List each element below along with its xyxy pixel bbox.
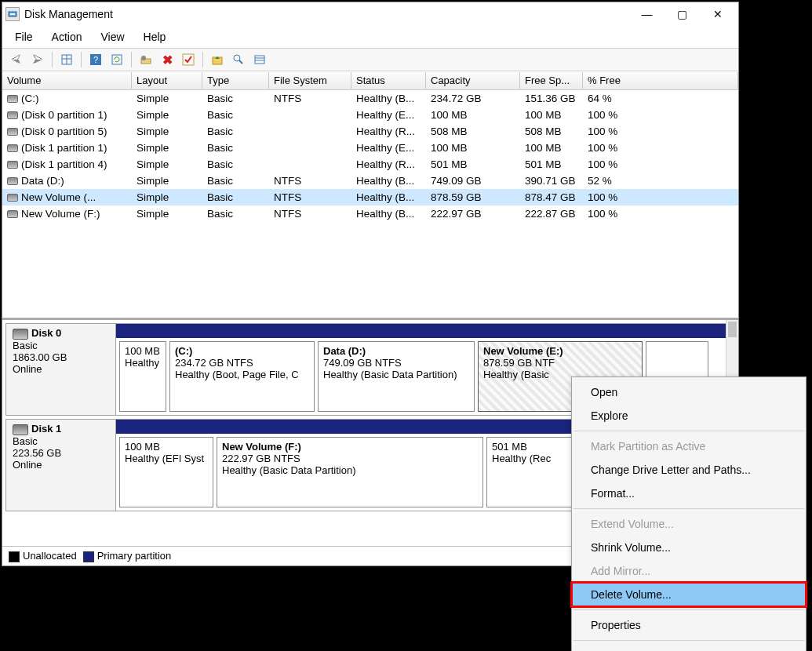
column-percent-free[interactable]: % Free <box>583 72 738 89</box>
app-icon <box>5 7 20 21</box>
forward-button[interactable]: ⮚ <box>28 51 47 68</box>
toolbar-separator <box>131 52 132 67</box>
close-button[interactable]: ✕ <box>700 2 735 26</box>
partition-box[interactable]: (C:)234.72 GB NTFSHealthy (Boot, Page Fi… <box>169 341 315 412</box>
volume-list[interactable]: (C:)SimpleBasicNTFSHealthy (B...234.72 G… <box>2 90 738 318</box>
context-menu[interactable]: OpenExploreMark Partition as ActiveChang… <box>571 376 807 651</box>
menu-item-explore[interactable]: Explore <box>572 404 806 427</box>
column-type[interactable]: Type <box>202 72 269 89</box>
column-filesystem[interactable]: File System <box>269 72 351 89</box>
drive-icon <box>7 210 18 218</box>
volume-row[interactable]: Data (D:)SimpleBasicNTFSHealthy (B...749… <box>2 173 738 189</box>
volume-row[interactable]: (C:)SimpleBasicNTFSHealthy (B...234.72 G… <box>2 90 738 107</box>
drive-icon <box>7 144 18 152</box>
partition-box[interactable]: New Volume (F:)222.97 GB NTFSHealthy (Ba… <box>217 437 483 507</box>
column-layout[interactable]: Layout <box>132 72 202 89</box>
disk-label[interactable]: Disk 0Basic1863.00 GBOnline <box>6 324 116 415</box>
volume-row[interactable]: (Disk 1 partition 1)SimpleBasicHealthy (… <box>2 140 738 156</box>
settings-icon[interactable] <box>137 51 155 68</box>
drive-icon <box>7 161 18 169</box>
unallocated-swatch <box>9 551 20 562</box>
svg-point-9 <box>141 56 146 60</box>
search-icon[interactable] <box>229 51 248 68</box>
svg-rect-1 <box>10 13 15 15</box>
help-icon[interactable]: ? <box>86 51 105 68</box>
partition-box[interactable]: 100 MBHealthy <box>119 341 166 412</box>
legend-unallocated: Unallocated <box>9 550 77 562</box>
menu-separator <box>573 640 804 641</box>
menu-bar: File Action View Help <box>2 26 738 48</box>
menu-item-change-drive-letter-and-paths[interactable]: Change Drive Letter and Paths... <box>572 458 806 482</box>
primary-swatch <box>83 551 94 562</box>
partition-box[interactable]: 100 MBHealthy (EFI Syst <box>119 437 213 507</box>
menu-separator <box>573 431 804 431</box>
column-capacity[interactable]: Capacity <box>426 72 520 89</box>
drive-icon <box>7 194 18 202</box>
menu-item-extend-volume: Extend Volume... <box>572 512 806 536</box>
drive-icon <box>7 111 18 119</box>
partition-box[interactable]: Data (D:)749.09 GB NTFSHealthy (Basic Da… <box>318 341 475 412</box>
toolbar-separator <box>81 52 82 67</box>
svg-rect-14 <box>255 56 264 64</box>
grid-icon[interactable] <box>57 51 76 68</box>
drive-icon <box>7 177 18 185</box>
partition-header-stripe <box>116 324 734 338</box>
menu-separator <box>573 609 804 610</box>
menu-item-help[interactable]: Help <box>572 644 806 651</box>
column-free-space[interactable]: Free Sp... <box>520 72 583 89</box>
svg-rect-7 <box>112 55 122 64</box>
volume-row[interactable]: (Disk 0 partition 1)SimpleBasicHealthy (… <box>2 107 738 123</box>
drive-icon <box>7 95 18 103</box>
list-icon[interactable] <box>250 51 269 68</box>
svg-text:?: ? <box>93 55 98 64</box>
disk-icon <box>13 424 28 435</box>
menu-item-add-mirror: Add Mirror... <box>572 559 806 583</box>
delete-icon[interactable]: ✖ <box>158 51 177 68</box>
toolbar: ⮘ ⮚ ? ✖ <box>2 48 738 71</box>
column-status[interactable]: Status <box>351 72 426 89</box>
toolbar-separator <box>202 52 203 67</box>
disk-label[interactable]: Disk 1Basic223.56 GBOnline <box>6 420 116 511</box>
maximize-button[interactable]: ▢ <box>665 2 700 26</box>
menu-help[interactable]: Help <box>136 27 174 46</box>
menu-item-mark-partition-as-active: Mark Partition as Active <box>572 435 806 458</box>
svg-point-12 <box>234 55 240 61</box>
volume-row[interactable]: New Volume (F:)SimpleBasicNTFSHealthy (B… <box>2 205 738 222</box>
menu-item-open[interactable]: Open <box>572 380 806 404</box>
volume-list-header: Volume Layout Type File System Status Ca… <box>2 71 738 90</box>
legend-primary: Primary partition <box>83 550 172 562</box>
check-icon[interactable] <box>179 51 198 68</box>
volume-row[interactable]: New Volume (...SimpleBasicNTFSHealthy (B… <box>2 189 738 205</box>
volume-row[interactable]: (Disk 0 partition 5)SimpleBasicHealthy (… <box>2 123 738 140</box>
window-title: Disk Management <box>24 8 113 20</box>
column-volume[interactable]: Volume <box>2 72 132 89</box>
svg-line-13 <box>239 60 242 64</box>
folder-up-icon[interactable] <box>208 51 227 68</box>
scrollbar-thumb[interactable] <box>728 322 737 337</box>
menu-item-shrink-volume[interactable]: Shrink Volume... <box>572 536 806 559</box>
menu-separator <box>573 508 804 509</box>
disk-icon <box>13 329 28 340</box>
menu-item-format[interactable]: Format... <box>572 482 806 505</box>
menu-action[interactable]: Action <box>44 27 90 46</box>
refresh-icon[interactable] <box>107 51 126 68</box>
menu-file[interactable]: File <box>7 27 41 46</box>
minimize-button[interactable]: — <box>629 2 665 26</box>
toolbar-separator <box>52 52 53 67</box>
menu-item-delete-volume[interactable]: Delete Volume... <box>572 583 806 606</box>
menu-view[interactable]: View <box>93 27 132 46</box>
back-button[interactable]: ⮘ <box>7 51 26 68</box>
drive-icon <box>7 128 18 136</box>
titlebar: Disk Management — ▢ ✕ <box>2 2 738 26</box>
menu-item-properties[interactable]: Properties <box>572 613 806 637</box>
volume-row[interactable]: (Disk 1 partition 4)SimpleBasicHealthy (… <box>2 156 738 173</box>
